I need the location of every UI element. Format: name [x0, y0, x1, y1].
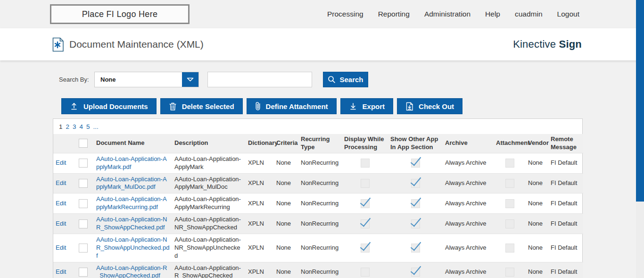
edit-link[interactable]: Edit [56, 159, 66, 166]
pagination-page-link[interactable]: 5 [86, 123, 90, 130]
remote-message-cell: FI Default [548, 153, 583, 173]
export-label: Export [363, 102, 385, 110]
fi-logo-placeholder: Place FI Logo Here [50, 4, 190, 24]
description-cell: AAuto-Loan-Application-NR_ShowAppChecked [172, 214, 246, 234]
attachment-checkbox[interactable] [505, 268, 514, 277]
search-by-label: Search By: [59, 76, 94, 83]
display-while-processing-checkbox[interactable] [361, 199, 370, 208]
pagination: 12345... [53, 119, 582, 134]
pagination-page-link[interactable]: ... [93, 123, 99, 130]
nav-item-help[interactable]: Help [485, 10, 500, 18]
dictionary-cell: XPLN [246, 262, 274, 278]
show-other-app-checkbox[interactable] [411, 219, 420, 228]
row-select-checkbox[interactable] [79, 179, 88, 188]
brand-logo: Kinective Sign [513, 38, 582, 51]
page-title: Document Maintenance (XML) [69, 39, 204, 50]
column-header-display_while_processing: Display While Processing [342, 134, 388, 153]
show-other-app-checkbox[interactable] [411, 244, 420, 253]
nav-item-administration[interactable]: Administration [424, 10, 471, 18]
upload-documents-button[interactable]: Upload Documents [61, 98, 157, 114]
nav-item-logout[interactable]: Logout [557, 10, 579, 18]
edit-link[interactable]: Edit [56, 220, 66, 227]
chevron-down-icon[interactable] [182, 72, 198, 87]
description-cell: AAuto-Loan-Application-ApplyMark_MulDoc [172, 173, 246, 194]
archive-cell: Always Archive [443, 153, 494, 173]
pagination-page-link[interactable]: 4 [80, 123, 83, 130]
remote-message-cell: FI Default [548, 173, 583, 194]
define-attachment-button[interactable]: Define Attachment [247, 98, 337, 114]
brand-regular: Kinective [513, 38, 556, 50]
brand-bold: Sign [559, 38, 582, 50]
attachment-checkbox[interactable] [505, 179, 514, 188]
search-icon [328, 76, 336, 84]
row-select-checkbox[interactable] [79, 244, 88, 253]
dictionary-cell: XPLN [246, 194, 274, 214]
attachment-checkbox[interactable] [505, 219, 514, 228]
attachment-checkbox[interactable] [505, 244, 514, 253]
display-while-processing-checkbox[interactable] [361, 268, 370, 277]
attachment-checkbox[interactable] [505, 159, 514, 168]
attachment-checkbox[interactable] [505, 199, 514, 208]
document-name-link[interactable]: AAuto-Loan-Application-NR_ShowAppUncheck… [96, 236, 169, 259]
scrollbar-thumb[interactable] [636, 0, 644, 202]
nav-item-reporting[interactable]: Reporting [378, 10, 410, 18]
display-while-processing-checkbox[interactable] [361, 219, 370, 228]
vendor-cell: None [526, 262, 548, 278]
column-header-description: Description [172, 134, 246, 153]
show-other-app-checkbox[interactable] [411, 179, 420, 188]
table-row: EditAAuto-Loan-Application-NR_ShowAppUnc… [53, 234, 583, 262]
document-name-link[interactable]: AAuto-Loan-Application-ApplyMarkRecurrin… [96, 195, 167, 211]
display-while-processing-checkbox[interactable] [361, 244, 370, 253]
table-header-row: Document NameDescriptionDictionaryCriter… [53, 134, 583, 153]
edit-link[interactable]: Edit [56, 200, 66, 207]
edit-link[interactable]: Edit [56, 179, 66, 186]
search-input[interactable] [207, 72, 312, 87]
nav-item-cuadmin[interactable]: cuadmin [515, 10, 543, 18]
select-all-checkbox[interactable] [79, 139, 88, 148]
delete-selected-button[interactable]: Delete Selected [160, 98, 243, 114]
checkout-icon [405, 102, 413, 111]
edit-link[interactable]: Edit [56, 268, 66, 275]
document-name-link[interactable]: AAuto-Loan-Application-NR_ShowAppChecked… [96, 216, 167, 231]
column-header-criteria: Criteria [274, 134, 298, 153]
row-select-checkbox[interactable] [79, 199, 88, 208]
column-header-remote_message: Remote Message [548, 134, 583, 153]
nav-item-processing[interactable]: Processing [327, 10, 363, 18]
search-by-select[interactable]: None [94, 72, 199, 87]
pagination-current-page: 1 [59, 123, 63, 130]
edit-link[interactable]: Edit [56, 244, 66, 251]
document-name-link[interactable]: AAuto-Loan-Application-ApplyMark_MulDoc.… [96, 176, 167, 191]
pagination-page-link[interactable]: 3 [73, 123, 76, 130]
pagination-page-link[interactable]: 2 [66, 123, 70, 130]
row-select-checkbox[interactable] [79, 159, 88, 168]
criteria-cell: None [274, 153, 298, 173]
row-select-checkbox[interactable] [79, 219, 88, 228]
document-name-link[interactable]: AAuto-Loan-Application-ApplyMark.pdf [96, 155, 167, 170]
export-button[interactable]: Export [340, 98, 394, 114]
row-select-checkbox[interactable] [79, 268, 88, 277]
upload-icon [70, 102, 78, 110]
remote-message-cell: FI Default [548, 234, 583, 262]
show-other-app-checkbox[interactable] [411, 268, 420, 277]
archive-cell: Always Archive [443, 194, 494, 214]
description-cell: AAuto-Loan-Application-ApplyMarkRecurrin… [172, 194, 246, 214]
show-other-app-checkbox[interactable] [411, 159, 420, 168]
vendor-cell: None [526, 153, 548, 173]
display-while-processing-checkbox[interactable] [361, 159, 370, 168]
criteria-cell: None [274, 194, 298, 214]
search-button[interactable]: Search [323, 72, 368, 87]
recurring-type-cell: NonRecurring [298, 194, 342, 214]
check-out-button[interactable]: Check Out [397, 98, 462, 114]
display-while-processing-checkbox[interactable] [361, 179, 370, 188]
description-cell: AAuto-Loan-Application-R_ShowAppChecked [172, 262, 246, 278]
vendor-cell: None [526, 194, 548, 214]
archive-cell: Always Archive [443, 214, 494, 234]
header-select-all-cell [72, 134, 94, 153]
scrollbar-track[interactable] [636, 0, 644, 278]
show-other-app-checkbox[interactable] [411, 199, 420, 208]
dictionary-cell: XPLN [246, 153, 274, 173]
column-header-show_other_app: Show Other App In App Section [388, 134, 443, 153]
recurring-type-cell: NonRecurring [298, 262, 342, 278]
document-name-link[interactable]: AAuto-Loan-Application-R_ShowAppChecked.… [96, 264, 167, 278]
remote-message-cell: FI Default [548, 194, 583, 214]
